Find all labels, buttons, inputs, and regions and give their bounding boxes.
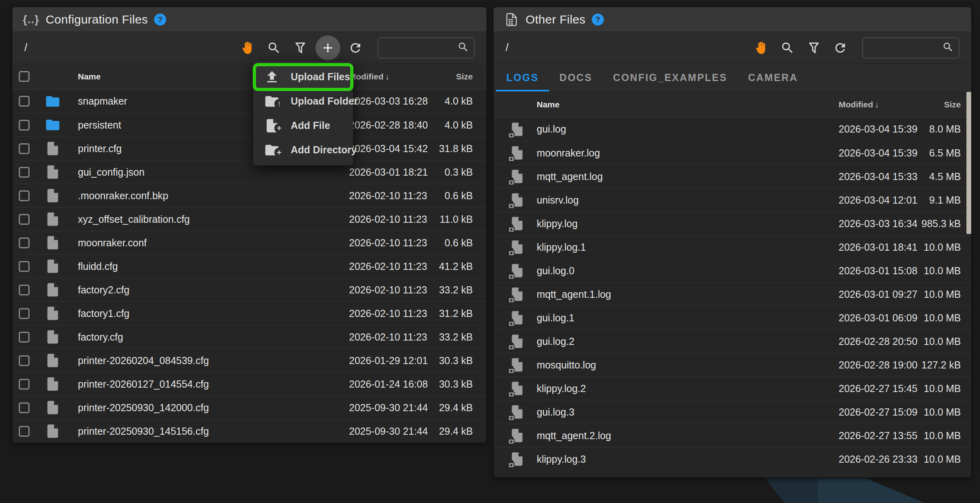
menu-item-upload-folder[interactable]: ↑Upload Folder — [253, 89, 353, 113]
row-checkbox[interactable] — [12, 379, 36, 390]
menu-item-add-file[interactable]: +Add File — [253, 113, 353, 138]
file-icon — [36, 282, 70, 298]
hand-pan-icon[interactable] — [240, 40, 256, 56]
menu-item-upload-files[interactable]: Upload Files — [253, 65, 353, 89]
help-icon[interactable]: ? — [154, 14, 166, 26]
folder-upload-icon: ↑ — [253, 93, 291, 109]
table-row[interactable]: printer-20260127_014554.cfg2026-01-24 16… — [12, 372, 486, 396]
table-row[interactable]: gui.log.32026-02-27 15:0910.0 MB — [494, 400, 971, 424]
table-row[interactable]: gui.log.12026-03-01 06:0910.0 MB — [494, 306, 971, 329]
table-row[interactable]: factory2.cfg2026-02-10 11:2333.2 kB — [12, 278, 486, 301]
table-row[interactable]: snapmaker2026-03-03 16:284.0 kB — [12, 89, 486, 113]
tab-docs[interactable]: DOCS — [549, 64, 603, 91]
select-all-checkbox[interactable] — [12, 71, 36, 82]
search-icon[interactable] — [780, 40, 796, 56]
filter-icon[interactable] — [292, 40, 308, 56]
table-row[interactable]: klippy.log2026-03-03 16:34985.3 kB — [494, 212, 971, 235]
table-row[interactable]: mqtt_agent.1.log2026-03-01 09:2710.0 MB — [494, 282, 971, 306]
vertical-scrollbar[interactable] — [966, 92, 971, 234]
row-checkbox[interactable] — [12, 426, 36, 437]
table-row[interactable]: klippy.log.32026-02-26 23:3310.0 MB — [494, 447, 971, 471]
table-row[interactable]: gui_config.json2026-03-01 18:210.3 kB — [12, 160, 486, 184]
row-checkbox[interactable] — [12, 332, 36, 343]
file-lock-icon — [506, 333, 529, 349]
row-checkbox[interactable] — [12, 285, 36, 295]
table-row[interactable]: mqtt_agent.2.log2026-02-27 13:5510.0 MB — [494, 424, 971, 447]
table-row[interactable]: persistent2026-02-28 18:404.0 kB — [12, 113, 486, 137]
table-row[interactable]: fluidd.cfg2026-02-10 11:2341.2 kB — [12, 254, 486, 278]
filter-icon[interactable] — [806, 40, 822, 56]
plus-badge: + — [274, 123, 284, 133]
table-row[interactable]: factory1.cfg2026-02-10 11:2331.2 kB — [12, 301, 486, 325]
table-row[interactable]: unisrv.log2026-03-04 12:019.1 MB — [494, 188, 971, 212]
current-path[interactable]: / — [506, 42, 509, 54]
search-input[interactable] — [383, 42, 457, 53]
file-modified: 2026-02-26 23:33 — [839, 453, 920, 465]
search-icon[interactable] — [266, 40, 282, 56]
column-header-modified[interactable]: Modified↓ — [839, 99, 920, 110]
row-checkbox[interactable] — [12, 214, 36, 225]
file-size: 33.2 kB — [434, 284, 473, 296]
column-header-modified[interactable]: Modified↓ — [349, 71, 434, 82]
file-name: gui.log.0 — [529, 265, 839, 277]
file-modified: 2026-02-10 11:23 — [349, 214, 434, 225]
file-icon — [36, 376, 70, 392]
file-size: 10.0 MB — [920, 453, 961, 465]
column-header-size[interactable]: Size — [920, 100, 961, 109]
tab-logs[interactable]: LOGS — [496, 64, 549, 91]
table-header: Name Modified↓ Size — [494, 92, 971, 117]
file-size: 9.1 MB — [920, 194, 961, 206]
page-title-config-files: Configuration Files — [46, 13, 148, 26]
table-row[interactable]: printer.cfg2026-03-04 15:4231.8 kB — [12, 137, 486, 160]
table-row[interactable]: printer-20260204_084539.cfg2026-01-29 12… — [12, 349, 486, 372]
file-modified: 2026-03-04 15:39 — [839, 147, 920, 159]
add-button[interactable] — [315, 36, 340, 60]
refresh-icon[interactable] — [347, 40, 363, 56]
table-row[interactable]: klippy.log.12026-03-01 18:4110.0 MB — [494, 235, 971, 259]
row-checkbox[interactable] — [12, 190, 36, 201]
column-header-size[interactable]: Size — [434, 72, 473, 81]
file-name: gui.log — [529, 123, 839, 135]
menu-item-add-directory[interactable]: +Add Directory — [253, 138, 353, 162]
table-row[interactable]: gui.log.22026-02-28 20:5010.0 MB — [494, 329, 971, 353]
hand-pan-icon[interactable] — [753, 40, 769, 56]
table-row[interactable]: .moonraker.conf.bkp2026-02-10 11:230.6 k… — [12, 184, 486, 207]
current-path[interactable]: / — [24, 42, 28, 54]
search-field[interactable] — [378, 38, 474, 58]
table-row[interactable]: xyz_offset_calibration.cfg2026-02-10 11:… — [12, 207, 486, 231]
table-row[interactable]: gui.log2026-03-04 15:398.0 MB — [494, 117, 971, 141]
row-checkbox[interactable] — [12, 308, 36, 319]
magnify-icon — [457, 41, 469, 55]
table-row[interactable]: printer-20250930_145156.cfg2025-09-30 21… — [12, 419, 486, 443]
file-modified: 2026-03-04 15:39 — [839, 123, 920, 135]
table-row[interactable]: moonraker.conf2026-02-10 11:230.6 kB — [12, 231, 486, 254]
row-checkbox[interactable] — [12, 143, 36, 154]
table-row[interactable]: moonraker.log2026-03-04 15:396.5 MB — [494, 141, 971, 164]
row-checkbox[interactable] — [12, 355, 36, 366]
table-row[interactable]: factory.cfg2026-02-10 11:2333.2 kB — [12, 325, 486, 349]
row-checkbox[interactable] — [12, 261, 36, 272]
row-checkbox[interactable] — [12, 402, 36, 413]
row-checkbox[interactable] — [12, 167, 36, 178]
search-input[interactable] — [868, 42, 942, 53]
file-name: printer-20250930_145156.cfg — [70, 426, 349, 437]
row-checkbox[interactable] — [12, 96, 36, 107]
file-lock-icon — [506, 428, 529, 444]
table-row[interactable]: gui.log.02026-03-01 15:0810.0 MB — [494, 259, 971, 282]
table-row[interactable]: printer-20250930_142000.cfg2025-09-30 21… — [12, 396, 486, 419]
file-size: 11.0 kB — [434, 214, 473, 225]
tab-camera[interactable]: CAMERA — [738, 64, 808, 91]
file-name: gui_config.json — [70, 166, 349, 178]
table-row[interactable]: klippy.log.22026-02-27 15:4510.0 MB — [494, 376, 971, 400]
help-icon[interactable]: ? — [592, 14, 604, 26]
refresh-icon[interactable] — [832, 40, 848, 56]
row-checkbox[interactable] — [12, 120, 36, 131]
column-header-name[interactable]: Name — [529, 100, 839, 109]
tab-config_examples[interactable]: CONFIG_EXAMPLES — [603, 64, 738, 91]
file-modified: 2026-03-01 06:09 — [839, 312, 920, 324]
table-row[interactable]: mqtt_agent.log2026-03-04 15:334.5 MB — [494, 164, 971, 188]
file-modified: 2026-02-10 11:23 — [349, 237, 434, 249]
row-checkbox[interactable] — [12, 238, 36, 248]
search-field[interactable] — [863, 38, 959, 58]
table-row[interactable]: mosquitto.log2026-02-28 19:00127.2 kB — [494, 353, 971, 376]
